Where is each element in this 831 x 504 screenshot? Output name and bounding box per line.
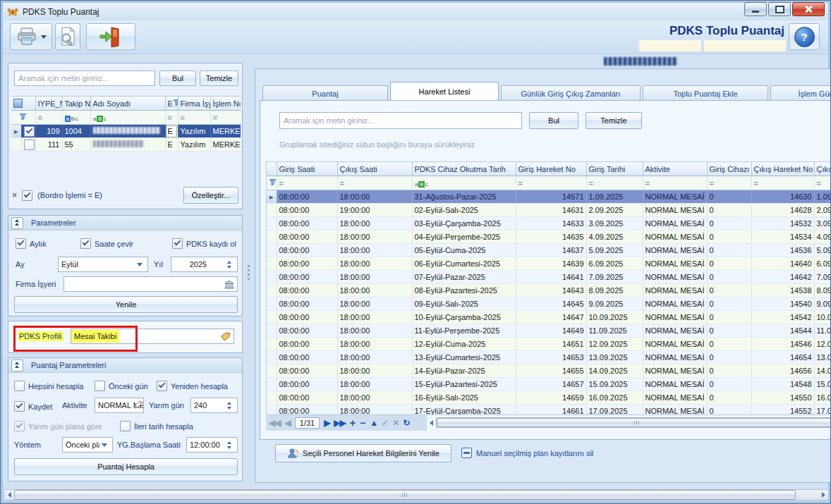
column-header[interactable]: Aktivite: [643, 162, 707, 176]
yeniden-hesapla-checkbox[interactable]: Yeniden hesapla: [157, 381, 228, 391]
kaydet-checkbox[interactable]: Kaydet: [14, 401, 52, 412]
ileri-tarih-hesapla-checkbox[interactable]: İleri tarih hesapla: [120, 421, 193, 431]
next-record-icon[interactable]: ▶: [324, 418, 329, 428]
collapse-icon[interactable]: [11, 217, 23, 229]
equals-operator-icon[interactable]: =: [213, 113, 217, 122]
filter-row[interactable]: ==aBc======: [267, 176, 831, 190]
equals-operator-icon[interactable]: =: [645, 179, 650, 188]
column-header[interactable]: PDKS Cihaz Okutma Tarih: [412, 162, 516, 176]
tab-hareket-listesi[interactable]: Hareket Listesi: [390, 82, 499, 101]
grid-horizontal-scrollbar[interactable]: [430, 417, 831, 429]
firma-isyeri-field[interactable]: [63, 276, 238, 292]
equals-operator-icon[interactable]: =: [340, 179, 344, 188]
row-checkbox[interactable]: [24, 140, 35, 150]
find-button[interactable]: Bul: [529, 112, 578, 129]
movement-row[interactable]: 08:00:0018:00:0013-Eylül-Cumartesi-20251…: [267, 351, 831, 364]
movement-row[interactable]: 08:00:0018:00:0006-Eylül-Cumartesi-20251…: [267, 257, 831, 271]
yil-spinner[interactable]: 2025: [171, 257, 238, 272]
column-header[interactable]: Giriş Tarihi: [586, 162, 643, 176]
last-record-icon[interactable]: ▶▶: [334, 418, 345, 428]
filter-funnel-icon[interactable]: [173, 99, 178, 106]
column-header[interactable]: Adı Soyadı: [90, 97, 165, 111]
delete-record-icon[interactable]: −: [360, 417, 365, 429]
print-dropdown-arrow-icon[interactable]: [41, 35, 47, 39]
find-button[interactable]: Bul: [159, 70, 196, 86]
movement-row[interactable]: 08:00:0018:00:0005-Eylül-Cuma-2025146375…: [267, 244, 831, 257]
movement-row[interactable]: 08:00:0018:00:0004-Eylül-Perşembe-202514…: [267, 231, 831, 244]
scroll-left-icon[interactable]: [430, 420, 433, 426]
tab-toplu-puantaj-ekle[interactable]: Toplu Puantaj Ekle: [643, 85, 768, 101]
movement-row[interactable]: 08:00:0018:00:0012-Eylül-Cuma-2025146511…: [267, 338, 831, 351]
onceki-gun-checkbox[interactable]: Önceki gün: [95, 381, 148, 391]
movement-row[interactable]: ▸08:00:0018:00:0031-Ağustos-Pazar-202514…: [267, 190, 831, 204]
pdks-profile-field[interactable]: Mesai Takibi: [71, 328, 234, 344]
refresh-button[interactable]: Yenile: [14, 296, 238, 313]
movement-row[interactable]: 08:00:0018:00:0007-Eylül-Pazar-202514641…: [267, 271, 831, 284]
aktivite-field[interactable]: NORMAL MESAİ: [95, 398, 144, 413]
scrollbar-thumb[interactable]: [437, 418, 831, 427]
movement-row[interactable]: 08:00:0018:00:0017-Eylül-Çarşamba-202514…: [267, 405, 831, 416]
abc-filter-icon[interactable]: aBc: [93, 113, 107, 122]
puantaj-hesapla-button[interactable]: Puantaj Hesapla: [14, 458, 238, 475]
scroll-right-icon[interactable]: [818, 490, 828, 500]
movement-search-input[interactable]: [279, 112, 522, 129]
clear-button[interactable]: Temizle: [200, 70, 238, 86]
scrollbar-thumb[interactable]: [14, 490, 796, 500]
title-bar[interactable]: PDKS Toplu Puantaj: [3, 3, 828, 20]
chevron-down-icon[interactable]: [99, 443, 109, 447]
equals-operator-icon[interactable]: =: [38, 113, 42, 122]
filter-funnel-icon[interactable]: [19, 113, 27, 121]
customize-button[interactable]: Özelleştir...: [183, 187, 238, 204]
personnel-search-input[interactable]: [14, 70, 155, 86]
equals-operator-icon[interactable]: =: [589, 179, 593, 188]
movement-row[interactable]: 08:00:0018:00:0008-Eylül-Pazartesi-20251…: [267, 284, 831, 297]
first-record-icon[interactable]: ◀◀: [269, 418, 280, 428]
minimize-button[interactable]: [744, 2, 767, 16]
movement-row[interactable]: 08:00:0018:00:0014-Eylül-Pazar-202514655…: [267, 364, 831, 378]
collapse-icon[interactable]: [11, 359, 23, 371]
ay-combobox[interactable]: Eylül: [58, 257, 148, 272]
select-all-checkbox[interactable]: [11, 97, 35, 111]
delete-manual-plans-link[interactable]: Manuel seçilmiş plan kayıtlarını sil: [461, 448, 593, 458]
movement-row[interactable]: 08:00:0018:00:0016-Eylül-Salı-2025146591…: [267, 391, 831, 405]
aylik-checkbox[interactable]: Aylık: [16, 238, 47, 249]
column-header[interactable]: Firma İşyeri: [178, 97, 210, 111]
movement-row[interactable]: 08:00:0018:00:0010-Eylül-Çarşamba-202514…: [267, 311, 831, 324]
print-button[interactable]: [10, 23, 52, 50]
equals-operator-icon[interactable]: =: [168, 113, 172, 122]
hepsini-hesapla-checkbox[interactable]: Hepsini hesapla: [14, 381, 83, 391]
equals-operator-icon[interactable]: =: [181, 113, 185, 122]
saate-cevir-checkbox[interactable]: Saate çevir: [80, 238, 133, 249]
column-header[interactable]: Giriş Saati: [277, 162, 337, 176]
abc-filter-icon[interactable]: aBc: [65, 113, 79, 122]
column-header[interactable]: Çıkış Hareket No: [751, 162, 814, 176]
chevron-down-icon[interactable]: [135, 263, 145, 266]
append-record-icon[interactable]: +: [350, 417, 356, 429]
personnel-row[interactable]: ▸1091004EYazılımMERKEZ: [11, 125, 241, 138]
remove-filter-icon[interactable]: ×: [12, 190, 17, 200]
panel-splitter[interactable]: [245, 63, 252, 481]
movement-row[interactable]: 08:00:0019:00:0002-Eylül-Salı-2025146312…: [267, 204, 831, 217]
group-by-hint[interactable]: Gruplamak istediğiniz sütun başlığını bu…: [279, 140, 475, 149]
column-header[interactable]: Giriş Cihazı: [707, 162, 751, 176]
column-header[interactable]: Takip No: [62, 97, 90, 111]
tab-puantaj[interactable]: Puantaj: [262, 85, 388, 101]
filter-funnel-icon[interactable]: [269, 178, 277, 186]
tag-icon[interactable]: [221, 331, 231, 341]
filter-row[interactable]: =aBcaBc===: [11, 111, 241, 125]
help-button[interactable]: [789, 23, 820, 50]
column-header[interactable]: Çıkış Tarihi: [814, 162, 831, 176]
row-checkbox[interactable]: [24, 126, 35, 137]
previous-record-icon[interactable]: ◀: [284, 418, 290, 428]
equals-operator-icon[interactable]: =: [518, 179, 523, 188]
refresh-data-icon[interactable]: ↻: [403, 418, 409, 428]
movement-row[interactable]: 08:00:0018:00:0015-Eylül-Pazartesi-20251…: [267, 378, 831, 391]
bank-building-icon[interactable]: [224, 280, 234, 289]
abc-filter-icon[interactable]: aBc: [415, 179, 429, 188]
column-header-e[interactable]: E: [165, 97, 178, 111]
edit-record-icon[interactable]: ▲: [370, 418, 377, 428]
column-header[interactable]: Çıkış Saati: [337, 162, 412, 176]
equals-operator-icon[interactable]: =: [754, 179, 758, 188]
spinner-arrows-icon[interactable]: [225, 402, 234, 410]
close-button[interactable]: [792, 2, 825, 16]
